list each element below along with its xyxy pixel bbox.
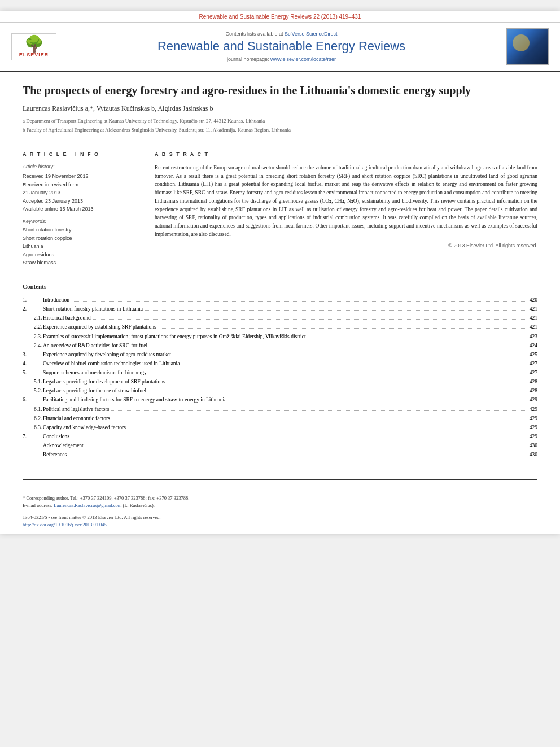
toc-item: 4.Overview of biofuel combustion technol… xyxy=(23,359,537,368)
journal-citation-bar: Renewable and Sustainable Energy Reviews… xyxy=(0,11,560,23)
accepted-date: Accepted 23 January 2013 xyxy=(23,198,141,205)
sciverse-link[interactable]: SciVerse ScienceDirect xyxy=(285,31,338,37)
toc-num: 4. xyxy=(23,359,43,368)
toc-dots xyxy=(149,374,527,374)
toc-label: Historical background xyxy=(43,313,91,322)
keyword-item: Straw biomass xyxy=(23,259,141,267)
abstract-column: A B S T R A C T Recent restructuring of … xyxy=(155,151,537,268)
toc-num: 6. xyxy=(23,395,43,404)
received-date: Received 19 November 2012 xyxy=(23,173,141,180)
journal-homepage: journal homepage: www.elsevier.com/locat… xyxy=(62,56,501,62)
toc-list: 1.Introduction4202.Short rotation forest… xyxy=(23,295,537,460)
toc-item: 6.Facilitating and hindering factors for… xyxy=(23,395,537,404)
email-label: E-mail address: xyxy=(23,503,53,508)
toc-label: Support schemes and mechanisms for bioen… xyxy=(43,368,147,377)
affiliation-b: b Faculty of Agricultural Engineering at… xyxy=(23,126,537,134)
toc-dots xyxy=(150,347,527,347)
affiliations: a Department of Transport Engineering at… xyxy=(23,117,537,134)
doi-link[interactable]: http://dx.doi.org/10.1016/j.rser.2013.01… xyxy=(23,522,107,527)
toc-page: 421 xyxy=(530,313,537,322)
toc-dots xyxy=(72,301,527,302)
keyword-item: Lithuania xyxy=(23,243,141,250)
contents-section: Contents 1.Introduction4202.Short rotati… xyxy=(23,277,537,460)
toc-dots xyxy=(86,447,527,447)
copyright-line: © 2013 Elsevier Ltd. All rights reserved… xyxy=(155,243,537,248)
toc-page: 423 xyxy=(530,332,537,341)
toc-dots xyxy=(72,438,527,438)
elsevier-logo: 🌳 ELSEVIER xyxy=(11,33,56,60)
toc-num: 6.3. xyxy=(23,423,43,432)
journal-citation-text: Renewable and Sustainable Energy Reviews… xyxy=(199,14,361,20)
toc-item: 2.1.Historical background421 xyxy=(23,313,537,322)
toc-dots xyxy=(93,319,527,320)
footnote-area: * Corresponding author. Tel.: +370 37 32… xyxy=(0,490,560,512)
toc-page: 429 xyxy=(530,395,537,404)
toc-item: 2.3.Examples of successful implementatio… xyxy=(23,332,537,341)
email-suffix: (L. Raslavičius). xyxy=(123,503,155,508)
sciverse-prefix: Contents lists available at xyxy=(225,31,285,37)
toc-item: 1.Introduction420 xyxy=(23,295,537,304)
email-address[interactable]: Laurencas.Raslavicius@gmail.com xyxy=(54,503,121,508)
toc-page: 421 xyxy=(530,304,537,313)
keywords-label: Keywords: xyxy=(23,219,141,224)
toc-page: 429 xyxy=(530,432,537,441)
toc-num: 2. xyxy=(23,304,43,313)
toc-label: Legal acts providing for the use of stra… xyxy=(43,386,146,395)
toc-dots xyxy=(148,392,527,392)
toc-dots xyxy=(168,383,527,383)
keyword-item: Short rotation coppice xyxy=(23,235,141,242)
toc-dots xyxy=(145,310,527,311)
journal-title-block: Contents lists available at SciVerse Sci… xyxy=(62,31,501,62)
toc-num: 2.1. xyxy=(23,313,43,322)
authors-text: Laurencas Raslavičius a,*, Vytautas Kuči… xyxy=(23,104,213,112)
toc-dots xyxy=(69,456,527,456)
toc-page: 425 xyxy=(530,350,537,359)
toc-label: Legal acts providing for development of … xyxy=(43,377,165,386)
toc-num: 2.4. xyxy=(23,341,43,350)
issn-line: 1364-0321/$ - see front matter © 2013 El… xyxy=(23,514,537,521)
toc-label: Examples of successful implementation; f… xyxy=(43,332,306,341)
article-title: The prospects of energy forestry and agr… xyxy=(23,83,537,98)
sciverse-line: Contents lists available at SciVerse Sci… xyxy=(62,31,501,37)
toc-page: 429 xyxy=(530,423,537,432)
revised-label: Received in revised form xyxy=(23,181,141,189)
toc-item: 6.2.Financial and economic factors429 xyxy=(23,414,537,423)
toc-label: Financial and economic factors xyxy=(43,414,110,423)
keyword-item: Short rotation forestry xyxy=(23,226,141,234)
history-label: Article history: xyxy=(23,164,141,169)
journal-main-title: Renewable and Sustainable Energy Reviews xyxy=(62,39,501,54)
toc-item: 7.Conclusions429 xyxy=(23,432,537,441)
toc-page: 428 xyxy=(530,386,537,395)
toc-page: 428 xyxy=(530,377,537,386)
bottom-border xyxy=(23,479,537,480)
toc-item: Acknowledgement430 xyxy=(23,441,537,450)
keyword-item: Agro-residues xyxy=(23,251,141,259)
toc-page: 420 xyxy=(530,295,537,304)
toc-num: 6.1. xyxy=(23,405,43,414)
toc-num: 1. xyxy=(23,295,43,304)
authors-line: Laurencas Raslavičius a,*, Vytautas Kuči… xyxy=(23,104,537,113)
toc-page: 429 xyxy=(530,405,537,414)
toc-item: 2.Short rotation forestry plantations in… xyxy=(23,304,537,313)
toc-label: Capacity and knowledge-based factors xyxy=(43,423,126,432)
footer-area: 1364-0321/$ - see front matter © 2013 El… xyxy=(0,512,560,534)
toc-item: 5.2.Legal acts providing for the use of … xyxy=(23,386,537,395)
toc-label: Facilitating and hindering factors for S… xyxy=(43,395,226,404)
toc-dots xyxy=(112,420,527,420)
toc-label: Short rotation forestry plantations in L… xyxy=(43,304,143,313)
email-line: E-mail address: Laurencas.Raslavicius@gm… xyxy=(23,502,537,509)
page: Renewable and Sustainable Energy Reviews… xyxy=(0,11,560,534)
toc-label: References xyxy=(43,450,67,459)
toc-label: Experience acquired by establishing SRF … xyxy=(43,322,156,331)
toc-label: Introduction xyxy=(43,295,69,304)
toc-num: 3. xyxy=(23,350,43,359)
toc-dots xyxy=(182,365,527,365)
revised-date: 21 January 2013 xyxy=(23,189,141,196)
toc-label: An overview of R&D activities for SRC-fo… xyxy=(43,341,147,350)
abstract-heading: A B S T R A C T xyxy=(155,151,537,159)
toc-label: Political and legislative factors xyxy=(43,405,109,414)
homepage-url[interactable]: www.elsevier.com/locate/rser xyxy=(270,56,336,62)
journal-cover-image xyxy=(506,28,549,65)
content-area: The prospects of energy forestry and agr… xyxy=(0,72,560,470)
toc-page: 430 xyxy=(530,450,537,459)
